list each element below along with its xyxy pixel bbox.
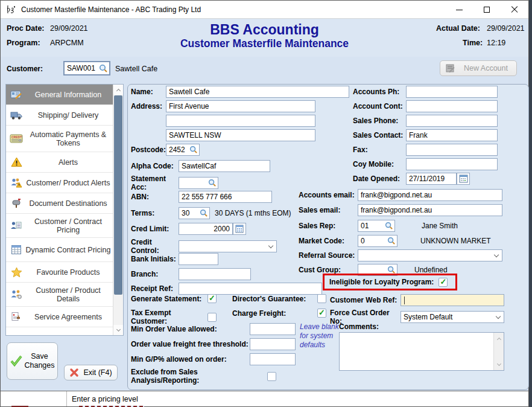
- field-min-gp: Min G/P% allowed on order:: [131, 353, 296, 365]
- comments-scrollbar[interactable]: [493, 333, 504, 370]
- referral-source-dropdown[interactable]: [358, 249, 502, 261]
- svg-text:CREDT: CREDT: [11, 135, 22, 139]
- actual-date-label: Actual Date:: [436, 24, 480, 33]
- min-gp-input[interactable]: [250, 353, 296, 365]
- sidebar-item-customer-product-alerts[interactable]: Customer/ Product Alerts: [6, 173, 113, 193]
- field-charge-freight: Charge Freight:: [232, 309, 326, 318]
- account-cont-input[interactable]: [406, 100, 498, 112]
- minimize-button[interactable]: [445, 1, 473, 19]
- sidebar-item-service-agreements[interactable]: Service Agreements: [6, 307, 113, 327]
- terms-lookup-field[interactable]: 30: [179, 207, 210, 219]
- status-bar-left-cell: [1, 391, 67, 406]
- abn-input[interactable]: [179, 191, 272, 203]
- search-icon[interactable]: [208, 179, 217, 187]
- sidebar-item-shipping-delivery[interactable]: Shipping/ Delivery: [6, 105, 113, 126]
- sales-rep-lookup-field[interactable]: 01: [358, 220, 395, 232]
- tax-exempt-checkbox[interactable]: [207, 313, 217, 322]
- sidebar-scrollbar[interactable]: [113, 85, 123, 335]
- sidebar-item-label: Dynamic Contract Pricing: [24, 245, 113, 255]
- accounts-ph-input[interactable]: [406, 86, 498, 98]
- field-receipt-ref: Receipt Ref:: [131, 283, 322, 295]
- bank-initials-input[interactable]: [179, 253, 218, 265]
- address-line1-input[interactable]: [166, 100, 315, 112]
- customer-web-ref-input[interactable]: [401, 294, 504, 306]
- receipt-ref-input[interactable]: [179, 283, 322, 295]
- name-input[interactable]: [166, 86, 349, 98]
- sidebar-item-general-information[interactable]: General Information: [6, 85, 113, 105]
- sidebar-item-favourite-products[interactable]: Favourite Products: [6, 262, 113, 283]
- customer-code-field[interactable]: SAW001: [63, 61, 110, 75]
- sidebar-item-document-destinations[interactable]: Document Destinations: [6, 193, 113, 214]
- loyalty-checkbox[interactable]: [439, 278, 448, 287]
- search-icon[interactable]: [385, 222, 393, 230]
- alpha-code-input[interactable]: [179, 160, 270, 172]
- sidebar-item-dynamic-contract-pricing[interactable]: Dynamic Contract Pricing: [6, 238, 113, 262]
- sidebar-item-automatic-payments[interactable]: CREDT Automatic Payments & Tokens: [6, 126, 113, 152]
- min-order-value-input[interactable]: [250, 323, 296, 335]
- sidebar-item-customer-contract-pricing[interactable]: Customer / Contract Pricing: [6, 214, 113, 238]
- sidebar-item-custom-fields-attributes[interactable]: Custom Fields / Attributes: [6, 327, 113, 336]
- charge-freight-checkbox[interactable]: [317, 309, 326, 318]
- sidebar-item-alerts[interactable]: Alerts: [6, 152, 113, 173]
- save-changes-button[interactable]: Save Changes: [7, 342, 58, 380]
- customer-alert-icon: [8, 178, 24, 188]
- field-postcode: Postcode: 2452: [131, 144, 200, 156]
- close-button[interactable]: [501, 1, 528, 19]
- title-bar: Customer Masterfile Maintenance - ABC Tr…: [1, 1, 528, 19]
- field-address2: [131, 115, 315, 127]
- window-title: Customer Masterfile Maintenance - ABC Tr…: [21, 5, 201, 14]
- field-generate-statement: Generate Statement:: [131, 294, 217, 303]
- comments-textarea[interactable]: [339, 332, 504, 371]
- new-account-label: New Account: [455, 64, 516, 72]
- search-icon[interactable]: [387, 266, 396, 274]
- field-branch: Branch:: [131, 268, 251, 280]
- sales-email-input[interactable]: [358, 204, 502, 216]
- exit-button[interactable]: Exit (F4): [64, 365, 118, 380]
- chevron-down-icon: [494, 252, 499, 257]
- customer-contract-icon: [8, 220, 24, 231]
- scroll-up-icon[interactable]: [113, 85, 124, 95]
- credit-control-dropdown[interactable]: [179, 240, 277, 252]
- statement-acc-lookup-field[interactable]: [179, 177, 218, 189]
- generate-statement-checkbox[interactable]: [207, 294, 217, 303]
- scroll-down-icon[interactable]: [113, 325, 124, 335]
- date-opened-input[interactable]: [406, 173, 457, 185]
- postcode-lookup-field[interactable]: 2452: [166, 144, 200, 156]
- search-icon[interactable]: [387, 237, 396, 245]
- scrollbar-thumb[interactable]: [114, 95, 122, 295]
- address-line3-input[interactable]: [166, 129, 315, 141]
- market-code-label: Market Code:: [299, 237, 358, 245]
- coy-mobile-input[interactable]: [406, 158, 498, 170]
- sales-contact-input[interactable]: [406, 129, 498, 141]
- calculator-button[interactable]: [233, 223, 246, 235]
- cred-limit-label: Cred Limit:: [131, 225, 179, 233]
- fax-input[interactable]: [406, 144, 498, 156]
- sidebar-item-customer-product-details[interactable]: Customer / Product Details: [6, 283, 113, 307]
- directors-guarantee-checkbox[interactable]: [317, 294, 326, 303]
- scroll-up-icon[interactable]: [494, 334, 504, 344]
- calendar-button[interactable]: [457, 173, 470, 185]
- sidebar-item-label: Automatic Payments & Tokens: [24, 129, 113, 149]
- customer-details-icon: [8, 289, 24, 300]
- receipt-ref-label: Receipt Ref:: [131, 284, 179, 293]
- field-statement-acc: Statement Acc:: [131, 175, 218, 191]
- cred-limit-input[interactable]: [179, 223, 233, 235]
- search-icon[interactable]: [200, 209, 208, 217]
- address-line2-input[interactable]: [166, 115, 315, 127]
- scroll-down-icon[interactable]: [494, 359, 504, 369]
- bank-initials-label: Bank Initials:: [131, 255, 179, 263]
- branch-input[interactable]: [179, 268, 251, 280]
- sidebar-item-label: Document Destinations: [24, 198, 113, 209]
- referral-source-label: Referral Source:: [299, 251, 358, 260]
- accounts-email-input[interactable]: [358, 189, 502, 201]
- maximize-button[interactable]: [473, 1, 501, 19]
- market-code-lookup-field[interactable]: 0: [358, 235, 397, 247]
- search-icon[interactable]: [189, 146, 198, 154]
- force-cust-order-dropdown[interactable]: System Default: [401, 311, 504, 323]
- sales-email-label: Sales email:: [299, 206, 358, 214]
- sales-phone-input[interactable]: [406, 115, 498, 127]
- new-account-button[interactable]: New Account: [440, 60, 517, 76]
- exclude-sales-analysis-checkbox[interactable]: [267, 372, 276, 381]
- search-icon[interactable]: [99, 64, 108, 73]
- freight-free-threshold-input[interactable]: [250, 338, 296, 350]
